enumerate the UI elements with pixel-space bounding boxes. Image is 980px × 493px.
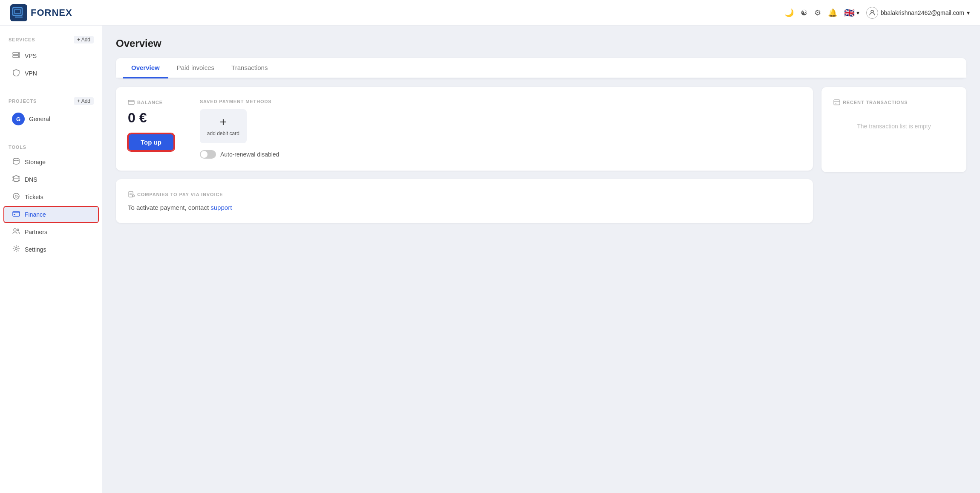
projects-section: PROJECTS + Add xyxy=(0,97,102,108)
transactions-icon xyxy=(833,99,840,106)
balance-icon xyxy=(128,99,135,106)
svg-rect-24 xyxy=(834,100,840,105)
transaction-empty-message: The transaction list is empty xyxy=(833,123,954,130)
auto-renewal-toggle[interactable] xyxy=(200,150,216,159)
left-column: BALANCE 0 € Top up SAVED PAYMENT METHODS xyxy=(116,87,813,223)
bell-icon[interactable]: 🔔 xyxy=(828,8,837,17)
add-card-plus-icon: + xyxy=(220,116,227,128)
svg-point-8 xyxy=(18,56,19,57)
svg-point-10 xyxy=(13,193,19,199)
tabs-card: Overview Paid invoices Transactions xyxy=(116,58,966,78)
sidebar-divider-2 xyxy=(0,134,102,139)
sidebar-item-label: DNS xyxy=(25,176,37,183)
balance-section: BALANCE 0 € Top up SAVED PAYMENT METHODS xyxy=(128,99,801,159)
svg-point-11 xyxy=(15,195,17,197)
balance-block: BALANCE 0 € Top up xyxy=(128,99,174,151)
payment-methods-section: SAVED PAYMENT METHODS + add debit card A… xyxy=(200,99,801,159)
sidebar: SERVICES + Add VPS VPN xyxy=(0,26,102,493)
layout: SERVICES + Add VPS VPN xyxy=(0,26,980,493)
theme-icon[interactable]: 🌙 xyxy=(784,8,794,17)
auto-renewal-row: Auto-renewal disabled xyxy=(200,150,801,159)
sidebar-item-general[interactable]: G General xyxy=(3,109,99,129)
payment-methods-label: SAVED PAYMENT METHODS xyxy=(200,99,801,104)
invoice-icon xyxy=(128,191,135,198)
sidebar-divider-1 xyxy=(0,87,102,92)
general-icon: G xyxy=(12,113,25,125)
sidebar-item-label: VPS xyxy=(25,52,37,59)
flag-icon: 🇬🇧 xyxy=(844,8,855,18)
finance-icon xyxy=(12,210,20,219)
svg-point-13 xyxy=(18,196,19,197)
tab-transactions[interactable]: Transactions xyxy=(223,58,276,78)
svg-point-12 xyxy=(13,196,14,197)
tools-section: TOOLS xyxy=(0,145,102,153)
svg-rect-19 xyxy=(128,100,134,104)
tab-overview[interactable]: Overview xyxy=(123,58,168,78)
vpn-icon xyxy=(12,69,20,78)
logo[interactable]: FORNEX xyxy=(10,4,72,21)
main-content: Overview Overview Paid invoices Transact… xyxy=(102,26,980,493)
sidebar-item-label: Finance xyxy=(25,211,46,218)
recent-transactions-label: RECENT TRANSACTIONS xyxy=(833,99,954,106)
cards-row: BALANCE 0 € Top up SAVED PAYMENT METHODS xyxy=(116,87,966,223)
user-menu[interactable]: bbalakrishnan2462@gmail.com ▾ xyxy=(866,7,970,19)
auto-renewal-label: Auto-renewal disabled xyxy=(220,151,280,158)
services-add-button[interactable]: + Add xyxy=(74,36,94,44)
svg-point-16 xyxy=(14,229,16,231)
sidebar-item-label: Tickets xyxy=(25,194,43,200)
support-link[interactable]: support xyxy=(210,204,232,211)
sidebar-item-tickets[interactable]: Tickets xyxy=(3,188,99,206)
invoice-card: COMPANIES TO PAY VIA INVOICE To activate… xyxy=(116,179,813,223)
services-section: SERVICES + Add xyxy=(0,36,102,47)
balance-payment-card: BALANCE 0 € Top up SAVED PAYMENT METHODS xyxy=(116,87,813,171)
settings-icon[interactable]: ⚙ xyxy=(814,8,821,17)
sidebar-item-finance[interactable]: Finance xyxy=(3,206,99,223)
page-title: Overview xyxy=(116,38,966,49)
sidebar-item-label: VPN xyxy=(25,70,37,77)
tabs-bar: Overview Paid invoices Transactions xyxy=(116,58,966,78)
sidebar-item-label: General xyxy=(29,116,50,122)
svg-point-21 xyxy=(133,195,135,197)
sidebar-item-label: Storage xyxy=(25,159,46,165)
language-selector[interactable]: 🇬🇧 ▾ xyxy=(844,8,859,18)
yin-yang-icon[interactable]: ☯ xyxy=(801,8,807,17)
partners-icon xyxy=(12,227,20,237)
topup-button[interactable]: Top up xyxy=(128,133,174,151)
add-card-label: add debit card xyxy=(207,130,239,136)
svg-point-7 xyxy=(18,53,19,54)
user-avatar xyxy=(866,7,878,19)
header: FORNEX 🌙 ☯ ⚙ 🔔 🇬🇧 ▾ bbalakrishnan2462@gm… xyxy=(0,0,980,26)
tab-paid-invoices[interactable]: Paid invoices xyxy=(168,58,223,78)
svg-point-4 xyxy=(871,10,873,13)
invoice-label: COMPANIES TO PAY VIA INVOICE xyxy=(128,191,801,198)
balance-amount: 0 € xyxy=(128,110,174,126)
sidebar-item-settings[interactable]: Settings xyxy=(3,241,99,258)
svg-point-18 xyxy=(15,248,17,250)
sidebar-item-vps[interactable]: VPS xyxy=(3,47,99,64)
settings-gear-icon xyxy=(12,245,20,254)
svg-rect-14 xyxy=(13,212,20,216)
add-debit-card-button[interactable]: + add debit card xyxy=(200,109,247,143)
recent-transactions-card: RECENT TRANSACTIONS The transaction list… xyxy=(821,87,966,172)
sidebar-item-label: Partners xyxy=(25,229,47,235)
dns-icon xyxy=(12,175,20,184)
svg-rect-15 xyxy=(14,214,15,215)
vps-icon xyxy=(12,51,20,61)
user-email: bbalakrishnan2462@gmail.com xyxy=(881,9,964,16)
projects-add-button[interactable]: + Add xyxy=(74,97,94,105)
sidebar-item-vpn[interactable]: VPN xyxy=(3,65,99,82)
header-right: 🌙 ☯ ⚙ 🔔 🇬🇧 ▾ bbalakrishnan2462@gmail.com… xyxy=(784,7,970,19)
balance-label: BALANCE xyxy=(128,99,174,106)
sidebar-item-label: Settings xyxy=(25,246,46,253)
logo-text: FORNEX xyxy=(31,7,72,18)
sidebar-item-storage[interactable]: Storage xyxy=(3,154,99,171)
invoice-text: To activate payment, contact support xyxy=(128,204,801,211)
svg-point-17 xyxy=(17,229,19,231)
tickets-icon xyxy=(12,192,20,202)
sidebar-item-dns[interactable]: DNS xyxy=(3,171,99,188)
storage-icon xyxy=(12,157,20,167)
sidebar-item-partners[interactable]: Partners xyxy=(3,223,99,241)
lang-arrow: ▾ xyxy=(856,9,859,16)
user-arrow: ▾ xyxy=(967,9,970,16)
